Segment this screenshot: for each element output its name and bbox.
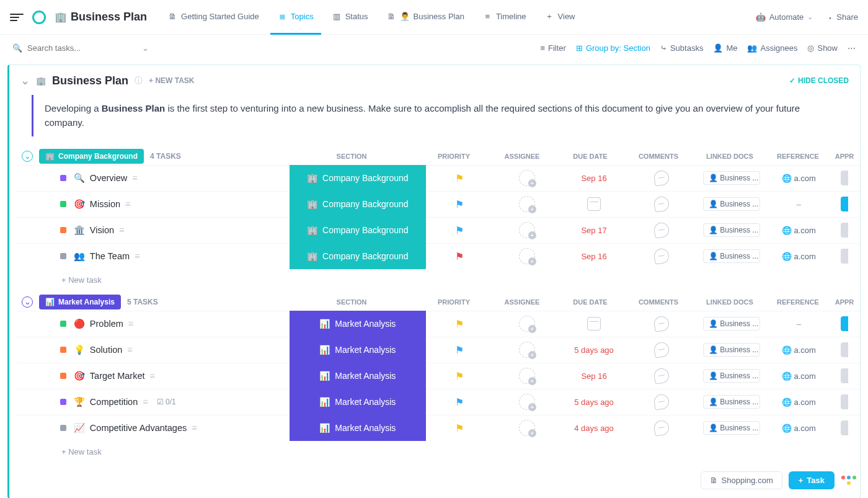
due-date[interactable]: 5 days ago [574,345,614,355]
priority-flag-icon[interactable]: ⚑ [455,251,464,262]
assignee-add-icon[interactable] [519,342,535,358]
filter-button[interactable]: ≡Filter [540,43,565,53]
col-assignee[interactable]: ASSIGNEE [488,153,556,160]
tab-business plan[interactable]: 🗎 👨‍💼 Business Plan [379,0,472,35]
col-priority[interactable]: PRIORITY [420,298,488,306]
menu-icon[interactable] [10,11,24,24]
task-options-icon[interactable]: ≡ [119,225,124,235]
tab-timeline[interactable]: ≡ Timeline [476,0,534,35]
apps-button[interactable] [841,473,857,489]
new-task-row[interactable]: + New task [17,269,860,287]
automate-button[interactable]: 🤖 Automate ⌄ [756,12,813,22]
section-pill[interactable]: 🏢 Company Background [290,243,426,269]
comment-icon[interactable] [653,247,670,264]
status-square[interactable] [60,201,66,207]
approve-badge[interactable] [841,171,848,185]
comment-icon[interactable] [653,367,670,384]
tab-topics[interactable]: ≣ Topics [270,0,321,35]
col-approve[interactable]: APPR [829,153,860,160]
section-pill[interactable]: 🏢 Company Background [290,191,426,217]
page-title[interactable]: Business Plan [71,11,147,24]
board-description[interactable]: Developing a Business Plan is the first … [32,95,846,136]
status-square[interactable] [60,373,66,379]
new-task-float-button[interactable]: + Task [789,471,835,489]
recent-doc-button[interactable]: 🗎 Shopping.com [701,471,782,489]
task-options-icon[interactable]: ≡ [125,199,130,209]
task-row[interactable]: 🔴 Problem ≡ 📊 Market Analysis ⚑ 👤 Busine… [17,311,860,337]
section-pill[interactable]: 📊 Market Analysis [290,415,426,441]
priority-flag-icon[interactable]: ⚑ [455,198,464,210]
task-row[interactable]: 🏆 Competition ≡ ☑ 0/1 📊 Market Analysis … [17,389,860,415]
task-row[interactable]: 🔍 Overview ≡ 🏢 Company Background ⚑ Sep … [17,165,860,191]
col-approve[interactable]: APPR [829,298,860,306]
status-square[interactable] [60,425,66,431]
approve-badge[interactable] [841,368,848,383]
reference-link[interactable]: 🌐 a.com [782,398,816,407]
task-row[interactable]: 🏛️ Vision ≡ 🏢 Company Background ⚑ Sep 1… [17,217,860,243]
section-pill[interactable]: 🏢 Company Background [290,165,426,191]
new-task-row[interactable]: + New task [17,441,860,459]
linked-doc-chip[interactable]: 👤 Business ... [703,197,760,211]
task-name-cell[interactable]: 🎯 Mission ≡ [74,199,290,210]
task-options-icon[interactable]: ≡ [135,251,140,261]
task-name-cell[interactable]: 🔍 Overview ≡ [74,173,290,184]
comment-icon[interactable] [653,169,670,186]
section-pill[interactable]: 📊 Market Analysis [290,363,426,389]
status-square[interactable] [60,253,66,259]
linked-doc-chip[interactable]: 👤 Business ... [703,369,760,383]
reference-link[interactable]: 🌐 a.com [782,226,816,235]
task-row[interactable]: 🎯 Target Market ≡ 📊 Market Analysis ⚑ Se… [17,363,860,389]
status-square[interactable] [60,175,66,181]
section-pill[interactable]: 📊 Market Analysis [290,311,426,337]
subtask-count[interactable]: ☑ 0/1 [157,398,176,406]
linked-doc-chip[interactable]: 👤 Business ... [703,317,760,331]
task-row[interactable]: 📈 Competitive Advantages ≡ 📊 Market Anal… [17,415,860,441]
me-button[interactable]: 👤Me [713,43,737,53]
approve-badge[interactable] [841,249,848,264]
priority-flag-icon[interactable]: ⚑ [455,344,464,356]
task-options-icon[interactable]: ≡ [128,319,133,329]
section-pill[interactable]: 📊 Market Analysis [290,337,426,363]
comment-icon[interactable] [653,221,670,238]
col-section[interactable]: SECTION [283,298,420,306]
assignee-add-icon[interactable] [519,248,535,264]
status-square[interactable] [60,347,66,353]
task-name-cell[interactable]: 📈 Competitive Advantages ≡ [74,423,290,434]
reference-link[interactable]: 🌐 a.com [782,424,816,433]
approve-badge[interactable] [841,197,848,211]
comment-icon[interactable] [653,393,670,410]
task-options-icon[interactable]: ≡ [150,371,155,381]
task-row[interactable]: 🎯 Mission ≡ 🏢 Company Background ⚑ 👤 Bus… [17,191,860,217]
tab-view[interactable]: + View [538,0,583,35]
status-square[interactable] [60,227,66,233]
task-options-icon[interactable]: ≡ [143,397,148,407]
due-date[interactable]: Sep 16 [581,174,606,183]
tab-getting started guide[interactable]: 🗎 Getting Started Guide [161,0,267,35]
assignee-add-icon[interactable] [519,170,535,186]
col-due[interactable]: DUE DATE [556,153,624,160]
group-pill[interactable]: 🏢 Company Background [39,149,144,164]
group-collapse-icon[interactable]: ⌄ [22,296,33,308]
group-collapse-icon[interactable]: ⌄ [22,151,33,162]
priority-flag-icon[interactable]: ⚑ [455,422,464,434]
assignees-button[interactable]: 👥Assignees [747,43,797,53]
assignee-add-icon[interactable] [519,316,535,332]
reference-link[interactable]: 🌐 a.com [782,345,816,355]
new-task-button[interactable]: + NEW TASK [149,76,194,85]
assignee-add-icon[interactable] [519,394,535,410]
search-input[interactable] [27,43,137,53]
assignee-add-icon[interactable] [519,196,535,212]
reference-link[interactable]: 🌐 a.com [782,174,816,183]
task-name-cell[interactable]: 🏆 Competition ≡ ☑ 0/1 [74,397,290,407]
tab-status[interactable]: ▥ Status [325,0,376,35]
task-name-cell[interactable]: 🎯 Target Market ≡ [74,371,290,381]
task-options-icon[interactable]: ≡ [132,173,137,183]
approve-badge[interactable] [841,342,848,357]
approve-badge[interactable] [841,394,848,409]
comment-icon[interactable] [653,341,670,358]
collapse-icon[interactable]: ⌄ [20,74,30,87]
reference-empty[interactable]: – [797,200,801,209]
due-date[interactable]: Sep 17 [581,226,606,235]
priority-flag-icon[interactable]: ⚑ [455,172,464,184]
linked-doc-chip[interactable]: 👤 Business ... [703,395,760,409]
